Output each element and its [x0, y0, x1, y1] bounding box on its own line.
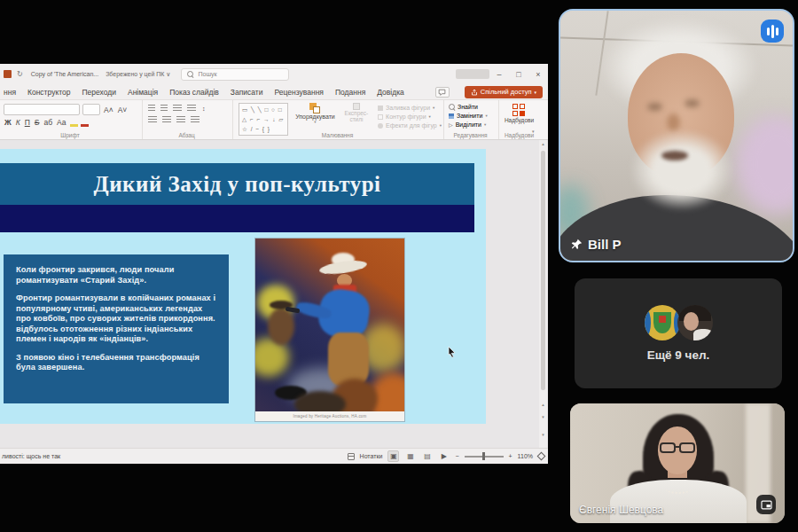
underline-button[interactable]: П	[24, 118, 31, 127]
video-tile-more-participants[interactable]: Ещё 9 чел.	[575, 278, 782, 388]
notes-button[interactable]: Нотатки	[360, 453, 383, 459]
font-group: A˄ A˅ Ж К П S аб Аа Шрифт	[0, 100, 140, 139]
tab-record[interactable]: Записати	[231, 88, 263, 97]
zoom-slider-thumb[interactable]	[482, 452, 486, 460]
font-name-box[interactable]	[4, 104, 80, 115]
change-case-button[interactable]: Аа	[56, 118, 67, 127]
accessibility-status[interactable]: ливості: щось не так	[2, 453, 60, 459]
video-tile-bill-p[interactable]: Bill P	[559, 9, 794, 262]
maximize-button[interactable]: □	[509, 70, 528, 79]
bold-button[interactable]: Ж	[4, 118, 12, 127]
shrink-font-button[interactable]: A˅	[117, 106, 129, 114]
shape-fill-button: Заливка фігури ▾	[378, 105, 442, 111]
tab-view[interactable]: Подання	[335, 88, 365, 97]
slide-accent-band[interactable]	[0, 205, 474, 232]
tab-review[interactable]: Рецензування	[275, 88, 324, 97]
tab-transitions[interactable]: Переходи	[82, 88, 116, 97]
line-spacing-icon[interactable]: ↕	[201, 106, 207, 112]
scroll-up-icon[interactable]: ▲	[539, 142, 547, 146]
fit-to-window-icon[interactable]	[537, 452, 546, 461]
italic-button[interactable]: К	[15, 118, 21, 127]
quick-styles-icon	[353, 103, 360, 110]
grow-font-button[interactable]: A˄	[103, 106, 114, 114]
pearl-necklace	[666, 485, 691, 494]
zoom-level[interactable]: 110%	[518, 453, 533, 459]
zoom-out-button[interactable]: −	[455, 453, 458, 459]
justify-icon[interactable]	[191, 116, 200, 123]
video-tile-yevheniia[interactable]: Євгенія Шевцова	[570, 403, 785, 523]
increase-indent-icon[interactable]	[187, 105, 196, 112]
tab-help[interactable]: Довідка	[377, 88, 404, 97]
normal-view-button[interactable]: ▣	[387, 450, 399, 462]
strikethrough-button[interactable]: S	[34, 118, 41, 127]
slide-title-banner[interactable]: Дикий Захід у поп-культурі	[0, 163, 474, 205]
minimize-button[interactable]: –	[489, 70, 509, 79]
slide-canvas[interactable]: Дикий Захід у поп-культурі Коли фронтир …	[0, 149, 486, 424]
addins-button[interactable]: Надбудови	[499, 100, 539, 123]
picture-in-picture-icon[interactable]	[756, 495, 776, 514]
vertical-scrollbar[interactable]: ▲ ▲ ▼ ▼	[539, 140, 547, 448]
font-group-label: Шрифт	[0, 132, 140, 138]
slide-paragraph: Коли фронтир закрився, люди почали роман…	[16, 265, 216, 286]
highlight-color-button[interactable]	[70, 119, 78, 127]
search-box[interactable]: Пошук	[181, 68, 289, 81]
previous-slide-icon[interactable]: ▲	[539, 403, 547, 407]
avatar-emblem	[645, 305, 680, 340]
ribbon-collapse-icon[interactable]: ▾	[532, 129, 535, 134]
align-right-icon[interactable]	[176, 116, 185, 123]
addins-icon	[512, 104, 526, 117]
mouth	[661, 151, 688, 160]
app-icon	[4, 70, 12, 78]
slide-edit-area: Дикий Захід у поп-культурі Коли фронтир …	[0, 140, 548, 448]
shapes-gallery[interactable]: ▭ ╲ ╲ □ ○ □ △ ⌐ ⌐ → ↓ ▱ ☆ / ~ { }	[239, 103, 288, 136]
tab-insert-fragment[interactable]: ння	[4, 88, 16, 97]
glasses-right-lens	[679, 442, 695, 453]
nose-shadow	[667, 113, 680, 131]
autosave-icon[interactable]: ↻	[17, 70, 23, 78]
share-button[interactable]: Спільний доступ ▾	[465, 86, 543, 98]
font-size-box[interactable]	[82, 104, 100, 115]
editing-group-label: Редагування	[444, 132, 497, 138]
slideshow-button[interactable]: ▶	[438, 450, 450, 462]
bullets-icon[interactable]	[148, 105, 155, 112]
next-slide-icon[interactable]: ▼	[539, 415, 547, 419]
slide-image-western-painting[interactable]: Imaged by Heritage Auctions, HA.com	[254, 238, 405, 422]
slide-sorter-button[interactable]: ▦	[404, 450, 416, 462]
zoom-slider[interactable]	[465, 456, 504, 458]
replace-button[interactable]: Замінити ▾	[449, 113, 497, 119]
document-title: Copy of 'The American...	[31, 71, 98, 77]
comments-button[interactable]	[435, 87, 450, 98]
scrollbar-thumb[interactable]	[541, 151, 545, 390]
cowboy-pants	[328, 332, 369, 386]
shape-outline-icon	[378, 114, 383, 120]
scroll-down-icon[interactable]: ▼	[539, 433, 547, 437]
zoom-in-button[interactable]: +	[509, 453, 512, 459]
status-bar: ливості: щось не так Нотатки ▣ ▦ ▤ ▶ − +…	[0, 448, 548, 464]
close-button[interactable]: ×	[528, 70, 548, 79]
saved-status[interactable]: Збережено у цей ПК ∨	[106, 71, 170, 78]
audio-playing-icon[interactable]	[761, 20, 784, 43]
slide-text-box[interactable]: Коли фронтир закрився, люди почали роман…	[4, 254, 229, 403]
editing-group: Знайти Замінити ▾ ▷ Виділити ▾ Редагуван…	[443, 100, 497, 139]
ribbon: A˄ A˅ Ж К П S аб Аа Шрифт	[0, 100, 548, 140]
tab-slideshow[interactable]: Показ слайдів	[169, 88, 219, 97]
paragraph-group: ↕ Абзац	[142, 100, 231, 139]
align-left-icon[interactable]	[148, 116, 157, 123]
shape-outline-label: Контур фігури	[386, 113, 426, 120]
font-color-button[interactable]	[81, 119, 89, 127]
titlebar-account-button[interactable]	[456, 69, 489, 79]
tab-animations[interactable]: Анімація	[128, 88, 158, 97]
chevron-down-icon: ▾	[429, 114, 431, 119]
comment-icon	[438, 89, 446, 96]
meeting-screen: ↻ Copy of 'The American... Збережено у ц…	[0, 0, 798, 532]
arrange-button[interactable]: Упорядкувати ▾	[295, 103, 335, 124]
decrease-indent-icon[interactable]	[173, 105, 182, 112]
reading-view-button[interactable]: ▤	[421, 450, 433, 462]
char-spacing-button[interactable]: аб	[43, 118, 53, 127]
numbering-icon[interactable]	[160, 105, 168, 112]
tab-design[interactable]: Конструктор	[27, 88, 70, 97]
select-button[interactable]: ▷ Виділити ▾	[449, 121, 497, 128]
find-button[interactable]: Знайти	[449, 104, 497, 110]
align-center-icon[interactable]	[162, 116, 171, 123]
chevron-down-icon: ▾	[440, 123, 442, 128]
